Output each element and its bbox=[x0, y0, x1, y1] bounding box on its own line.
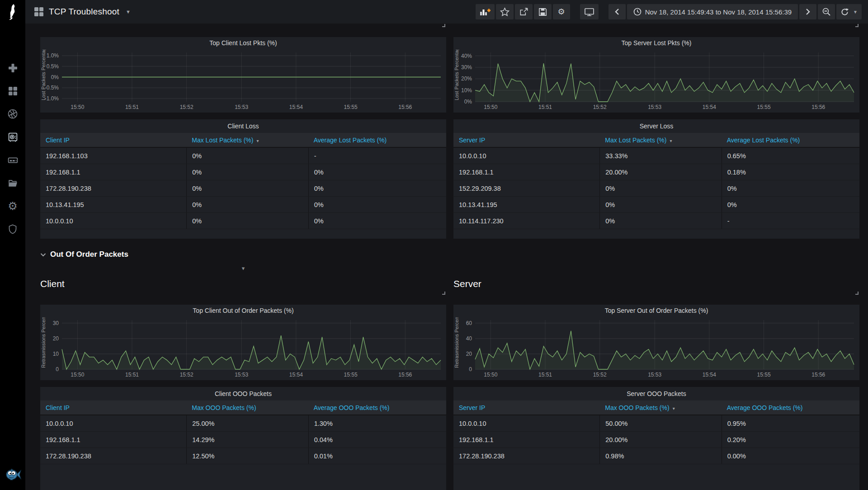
table-column-header[interactable]: Client IP bbox=[40, 404, 186, 411]
panel-title[interactable]: Top Server Lost Pkts (%) bbox=[453, 37, 859, 49]
aperture-icon[interactable] bbox=[7, 108, 19, 120]
table-column-header[interactable]: Max OOO Packets (%) bbox=[186, 404, 308, 411]
svg-text:40: 40 bbox=[466, 335, 472, 342]
svg-text:0.5%: 0.5% bbox=[47, 63, 59, 70]
row-heading-client-ooo[interactable]: Client bbox=[40, 278, 446, 295]
svg-text:15:50: 15:50 bbox=[71, 372, 84, 378]
row-resize-handle[interactable] bbox=[855, 24, 859, 27]
server-lost-chart[interactable]: Lost Packets Percentage 40%30%20%10%0%15… bbox=[453, 49, 859, 112]
panel-title[interactable]: Top Server Out of Order Packets (%) bbox=[453, 305, 859, 316]
panel-client-loss-table: Client Loss Client IPMax Lost Packets (%… bbox=[40, 119, 446, 239]
table-cell: 192.168.1.1 bbox=[453, 432, 599, 448]
svg-text:20: 20 bbox=[466, 351, 472, 357]
table-column-header[interactable]: Average OOO Packets (%) bbox=[722, 404, 859, 411]
panel-title[interactable]: Server Loss bbox=[453, 119, 859, 133]
table-cell: 0.04% bbox=[308, 432, 446, 448]
table-cell: 0% bbox=[308, 180, 446, 196]
panel-title[interactable]: Client Loss bbox=[40, 119, 446, 133]
svg-text:30%: 30% bbox=[461, 64, 472, 71]
vault-icon[interactable] bbox=[7, 131, 19, 143]
svg-text:60: 60 bbox=[466, 320, 472, 326]
table-column-header[interactable]: Client IP bbox=[40, 137, 186, 144]
svg-text:20%: 20% bbox=[461, 75, 472, 82]
row-heading-server-ooo[interactable]: Server bbox=[453, 278, 859, 295]
svg-text:15:51: 15:51 bbox=[538, 372, 552, 378]
svg-text:15:50: 15:50 bbox=[71, 104, 84, 110]
client-ooo-chart[interactable]: Retrasmissions Percentage 302010015:5015… bbox=[40, 316, 446, 379]
table-column-header[interactable]: Server IP bbox=[453, 404, 599, 411]
grafana-logo-icon[interactable] bbox=[6, 4, 19, 21]
dashboard-title[interactable]: TCP Troubleshoot bbox=[49, 7, 119, 17]
svg-text:15:55: 15:55 bbox=[757, 372, 771, 378]
table-column-header[interactable]: Average Lost Packets (%) bbox=[722, 137, 859, 144]
table-cell: 20.00% bbox=[599, 164, 721, 180]
fish-icon[interactable] bbox=[5, 467, 23, 483]
panel-title[interactable]: Server OOO Packets bbox=[453, 387, 859, 400]
star-button[interactable] bbox=[496, 4, 514, 19]
row-resize-handle[interactable] bbox=[442, 292, 445, 295]
table-cell: 0.65% bbox=[722, 148, 859, 164]
panel-top-server-lost-pkts: Top Server Lost Pkts (%) Lost Packets Pe… bbox=[453, 37, 859, 113]
server-ooo-chart[interactable]: Retrasmissions Percentage 604020015:5015… bbox=[453, 316, 859, 379]
table-column-header[interactable]: Average Lost Packets (%) bbox=[308, 137, 446, 144]
table-column-header[interactable]: Server IP bbox=[453, 137, 599, 144]
table-cell: 10.0.0.10 bbox=[453, 148, 599, 164]
settings-gear-button[interactable]: ⚙ bbox=[553, 4, 570, 19]
table-row: 192.168.1.120.00%0.20% bbox=[453, 432, 859, 448]
panel-title[interactable]: Client OOO Packets bbox=[40, 387, 446, 400]
panel-title[interactable]: Top Client Out of Order Packets (%) bbox=[40, 305, 446, 316]
share-button[interactable] bbox=[515, 4, 533, 19]
svg-text:15:56: 15:56 bbox=[398, 372, 412, 378]
panel-title[interactable]: Top Client Lost Pkts (%) bbox=[40, 37, 446, 49]
table-column-header[interactable]: Max Lost Packets (%)▾ bbox=[186, 137, 308, 144]
svg-text:15:53: 15:53 bbox=[648, 372, 661, 378]
row-resize-handle[interactable] bbox=[442, 24, 445, 27]
svg-text:15:51: 15:51 bbox=[125, 372, 139, 378]
table-header: Client IPMax OOO Packets (%)Average OOO … bbox=[40, 400, 446, 415]
svg-text:-0.5%: -0.5% bbox=[45, 85, 59, 91]
time-forward-button[interactable] bbox=[799, 4, 816, 19]
chevron-down-icon: ▼ bbox=[126, 9, 131, 14]
refresh-button[interactable]: ▼ bbox=[836, 4, 862, 19]
table-column-header[interactable]: Max OOO Packets (%)▾ bbox=[599, 404, 721, 411]
svg-text:15:55: 15:55 bbox=[757, 104, 771, 110]
folder-icon[interactable] bbox=[7, 177, 19, 189]
dashboard-picker[interactable]: TCP Troubleshoot ▼ bbox=[34, 7, 131, 17]
zoom-out-button[interactable] bbox=[818, 4, 835, 19]
row-resize-handle[interactable] bbox=[855, 292, 859, 295]
row-header-out-of-order-packets[interactable]: Out Of Order Packets bbox=[40, 248, 859, 261]
table-cell: 0% bbox=[186, 164, 308, 180]
svg-text:0: 0 bbox=[56, 366, 59, 372]
svg-text:10%: 10% bbox=[461, 87, 472, 94]
row-collapse-caret-icon[interactable]: ▾ bbox=[40, 265, 446, 273]
table-cell: 0% bbox=[599, 180, 721, 196]
add-graph-button[interactable] bbox=[476, 4, 495, 19]
table-cell: 50.00% bbox=[599, 415, 721, 431]
save-button[interactable] bbox=[534, 4, 552, 19]
add-plus-icon[interactable] bbox=[7, 62, 19, 74]
tv-mode-button[interactable] bbox=[580, 4, 599, 19]
refresh-dropdown-caret-icon[interactable]: ▼ bbox=[853, 9, 858, 14]
time-range-picker[interactable]: Nov 18, 2014 15:49:43 to Nov 18, 2014 15… bbox=[627, 4, 798, 19]
time-back-button[interactable] bbox=[609, 4, 626, 19]
table-cell: 0% bbox=[599, 197, 721, 212]
table-column-header[interactable]: Average OOO Packets (%) bbox=[308, 404, 446, 411]
svg-text:15:52: 15:52 bbox=[180, 104, 193, 110]
shield-icon[interactable] bbox=[7, 223, 19, 235]
svg-text:15:54: 15:54 bbox=[289, 104, 303, 110]
svg-text:15:52: 15:52 bbox=[593, 104, 607, 110]
table-header: Server IPMax Lost Packets (%)▾Average Lo… bbox=[453, 133, 859, 148]
table-cell: 0% bbox=[186, 148, 308, 164]
table-cell: 172.28.190.238 bbox=[40, 180, 186, 196]
dashboards-grid-icon[interactable] bbox=[7, 85, 19, 97]
drive-icon[interactable] bbox=[7, 154, 19, 166]
table-cell: 0.18% bbox=[722, 164, 859, 180]
table-cell: 0% bbox=[308, 197, 446, 212]
table-column-header[interactable]: Max Lost Packets (%)▾ bbox=[599, 137, 721, 144]
table-cell: 10.13.41.195 bbox=[40, 197, 186, 212]
svg-text:15:50: 15:50 bbox=[484, 372, 497, 378]
gear-icon[interactable]: ⚙ bbox=[7, 200, 19, 212]
client-lost-chart[interactable]: Lost Packets Percentage 1.0%0.5%0%-0.5%-… bbox=[40, 49, 446, 112]
svg-text:15:54: 15:54 bbox=[703, 372, 716, 378]
sort-caret-icon: ▾ bbox=[670, 138, 672, 143]
